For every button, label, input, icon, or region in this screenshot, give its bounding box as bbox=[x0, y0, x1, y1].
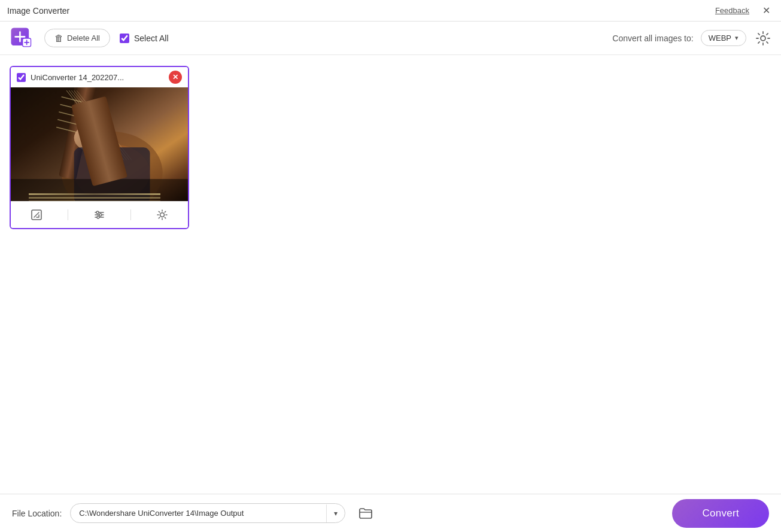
format-value: WEBP bbox=[709, 34, 731, 42]
card-actions bbox=[11, 201, 188, 228]
svg-point-29 bbox=[96, 211, 99, 214]
toolbar: 🗑 Delete All Select All Convert all imag… bbox=[0, 22, 781, 55]
svg-point-3 bbox=[761, 36, 765, 41]
feedback-link[interactable]: Feedback bbox=[715, 6, 749, 15]
svg-point-21 bbox=[86, 121, 96, 136]
file-location-input[interactable] bbox=[71, 504, 326, 522]
format-chevron-icon: ▾ bbox=[735, 34, 739, 42]
window-close-button[interactable]: ✕ bbox=[759, 5, 774, 17]
select-all-label: Select All bbox=[134, 34, 169, 43]
image-card: UniConverter 14_202207... ✕ bbox=[10, 66, 189, 229]
svg-point-20 bbox=[80, 124, 90, 139]
main-content: UniConverter 14_202207... ✕ bbox=[0, 55, 781, 494]
output-settings-icon bbox=[156, 209, 168, 221]
card-checkbox[interactable] bbox=[17, 73, 26, 82]
title-bar-left: Image Converter bbox=[7, 6, 69, 16]
browse-folder-button[interactable] bbox=[354, 504, 378, 522]
resize-icon bbox=[31, 209, 42, 221]
trash-icon: 🗑 bbox=[54, 33, 63, 43]
file-location-input-wrapper: ▾ bbox=[70, 503, 345, 523]
delete-all-label: Delete All bbox=[67, 34, 100, 42]
format-select[interactable]: WEBP ▾ bbox=[701, 30, 746, 46]
svg-rect-24 bbox=[11, 179, 188, 201]
card-select-label[interactable]: UniConverter 14_202207... bbox=[17, 73, 169, 82]
select-all-checkbox[interactable] bbox=[120, 34, 129, 43]
folder-icon bbox=[358, 507, 373, 520]
guitar-thumbnail bbox=[11, 87, 188, 201]
svg-point-22 bbox=[92, 120, 102, 135]
convert-all-label: Convert all images to: bbox=[612, 34, 693, 43]
separator-1 bbox=[68, 209, 68, 220]
svg-rect-23 bbox=[74, 147, 150, 201]
settings-icon bbox=[755, 31, 771, 46]
app-title: Image Converter bbox=[7, 6, 69, 16]
add-image-button[interactable] bbox=[8, 25, 35, 51]
file-location-chevron-icon[interactable]: ▾ bbox=[326, 504, 345, 522]
guitar-svg bbox=[11, 87, 188, 201]
toolbar-right: Convert all images to: WEBP ▾ bbox=[612, 29, 773, 48]
card-output-settings-button[interactable] bbox=[154, 206, 171, 223]
svg-point-32 bbox=[160, 213, 165, 217]
card-adjust-button[interactable] bbox=[91, 206, 108, 223]
card-filename: UniConverter 14_202207... bbox=[31, 73, 124, 82]
card-resize-button[interactable] bbox=[28, 206, 45, 223]
select-all-container[interactable]: Select All bbox=[120, 34, 169, 43]
delete-all-button[interactable]: 🗑 Delete All bbox=[44, 29, 110, 47]
global-settings-button[interactable] bbox=[753, 29, 773, 48]
bottom-bar: File Location: ▾ Convert bbox=[0, 494, 781, 532]
add-icon bbox=[10, 27, 33, 50]
card-close-icon: ✕ bbox=[172, 73, 178, 81]
convert-button[interactable]: Convert bbox=[672, 499, 769, 528]
card-remove-button[interactable]: ✕ bbox=[169, 71, 182, 84]
svg-point-31 bbox=[97, 216, 99, 218]
file-location-label: File Location: bbox=[12, 509, 62, 518]
svg-point-30 bbox=[99, 214, 102, 216]
title-bar-right: Feedback ✕ bbox=[715, 5, 774, 17]
separator-2 bbox=[130, 209, 131, 220]
title-bar: Image Converter Feedback ✕ bbox=[0, 0, 781, 22]
card-image-preview bbox=[11, 87, 188, 201]
adjust-icon bbox=[93, 209, 105, 221]
card-header: UniConverter 14_202207... ✕ bbox=[11, 67, 188, 87]
